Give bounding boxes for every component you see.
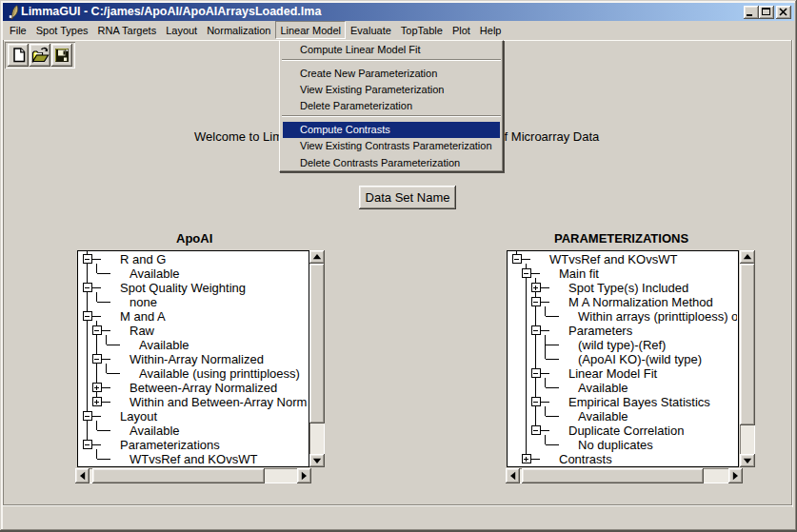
svg-text:Raw: Raw bbox=[130, 324, 155, 338]
svg-text:Available (using printtiploess: Available (using printtiploess) bbox=[139, 366, 300, 381]
svg-text:Within-Array Normalized: Within-Array Normalized bbox=[130, 352, 264, 366]
svg-text:Available: Available bbox=[139, 338, 189, 352]
svg-text:Available: Available bbox=[130, 424, 180, 438]
svg-text:Empirical Bayes Statistics: Empirical Bayes Statistics bbox=[568, 395, 710, 409]
svg-text:Spot Quality Weighting: Spot Quality Weighting bbox=[120, 281, 246, 295]
svg-text:Available: Available bbox=[130, 266, 180, 281]
svg-text:WTvsRef and KOvsWT: WTvsRef and KOvsWT bbox=[130, 452, 257, 466]
svg-text:Main fit: Main fit bbox=[559, 266, 599, 281]
svg-text:WTvsRef and KOvsWT: WTvsRef and KOvsWT bbox=[549, 252, 677, 266]
svg-text:M A Normalization Method: M A Normalization Method bbox=[568, 295, 713, 309]
svg-text:Contrasts: Contrasts bbox=[559, 452, 612, 466]
svg-text:Parameters: Parameters bbox=[568, 324, 633, 338]
svg-text:Within arrays (printtiploess): Within arrays (printtiploess) on bbox=[578, 309, 737, 324]
svg-text:Linear Model Fit: Linear Model Fit bbox=[568, 366, 658, 381]
svg-text:Duplicate Correlation: Duplicate Correlation bbox=[568, 424, 684, 438]
svg-text:Within and Between-Array Norma: Within and Between-Array Normalized bbox=[130, 395, 308, 409]
svg-text:none: none bbox=[130, 295, 157, 309]
svg-text:(ApoAI KO)-(wild type): (ApoAI KO)-(wild type) bbox=[578, 352, 702, 366]
svg-text:(wild type)-(Ref): (wild type)-(Ref) bbox=[578, 338, 666, 352]
svg-text:No duplicates: No duplicates bbox=[578, 438, 653, 452]
svg-text:Between-Array Normalized: Between-Array Normalized bbox=[130, 381, 277, 395]
svg-text:Parameterizations: Parameterizations bbox=[120, 438, 220, 452]
svg-text:Available: Available bbox=[578, 381, 628, 395]
svg-text:Layout: Layout bbox=[120, 409, 157, 424]
svg-text:Available: Available bbox=[578, 409, 628, 424]
svg-text:R and G: R and G bbox=[120, 252, 166, 266]
svg-text:Spot Type(s) Included: Spot Type(s) Included bbox=[568, 281, 688, 295]
svg-text:M and A: M and A bbox=[120, 309, 166, 324]
